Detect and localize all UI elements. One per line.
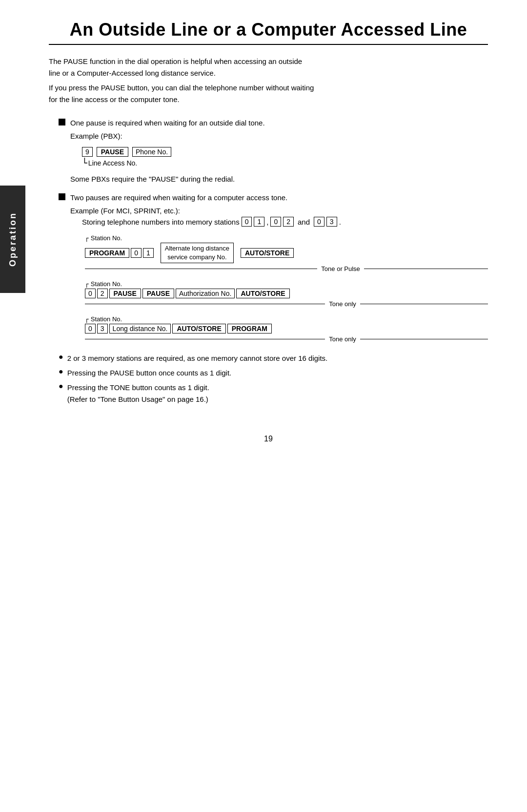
d2-pause-1: PAUSE bbox=[109, 289, 141, 298]
key-9: 9 bbox=[82, 147, 93, 157]
diagram2-tone-bar: Tone only bbox=[85, 300, 488, 308]
diagram3-tone-bar: Tone only bbox=[85, 335, 488, 343]
d2-key-0: 0 bbox=[85, 289, 96, 298]
d1-program-key: PROGRAM bbox=[85, 248, 129, 258]
pbx-diagram-row: 9 PAUSE Phone No. bbox=[82, 147, 488, 157]
d1-key-0: 0 bbox=[131, 248, 142, 258]
tone-line-left-3b bbox=[205, 339, 325, 339]
page-number: 19 bbox=[49, 435, 488, 443]
station-key-3a: 3 bbox=[326, 217, 337, 227]
page-title: An Outside Line or a Computer Accessed L… bbox=[49, 20, 488, 40]
tone-label-1: Tone or Pulse bbox=[321, 265, 360, 272]
dot-2: ● bbox=[59, 367, 63, 376]
comma1: , bbox=[266, 218, 268, 226]
down-tick-2: ┌ bbox=[85, 280, 89, 288]
pbx-note: Some PBXs require the "PAUSE" during the… bbox=[70, 175, 488, 183]
corner-arrow-icon: └ bbox=[82, 158, 87, 168]
line-access-row: └ Line Access No. bbox=[82, 158, 488, 168]
and-text: and bbox=[298, 218, 310, 226]
down-tick-1: ┌ bbox=[85, 234, 89, 242]
bullet-text-2: Pressing the PAUSE button once counts as… bbox=[67, 367, 232, 379]
diagram1-keys-row: PROGRAM 0 1 Alternate long distance serv… bbox=[85, 243, 488, 263]
bullet-item-3: ● Pressing the TONE button counts as 1 d… bbox=[59, 382, 488, 405]
bullet-item-1: ● 2 or 3 memory stations are required, a… bbox=[59, 353, 488, 364]
storing-line: Storing telephone numbers into memory st… bbox=[82, 217, 488, 227]
station-key-0c: 0 bbox=[314, 217, 324, 227]
tone-line-left-1b bbox=[201, 269, 317, 269]
down-tick-3: ┌ bbox=[85, 315, 89, 323]
section1-example: Example (PBX): 9 PAUSE Phone No. └ Line … bbox=[70, 132, 488, 183]
diagram1-tone-bar: Tone or Pulse bbox=[85, 265, 488, 272]
d1-key-1: 1 bbox=[143, 248, 154, 258]
section1-block: One pause is required when waiting for a… bbox=[59, 117, 488, 183]
pbx-diagram: 9 PAUSE Phone No. └ Line Access No. bbox=[82, 147, 488, 168]
d2-auto-store: AUTO/STORE bbox=[236, 289, 289, 298]
tone-line-left-1 bbox=[85, 269, 201, 269]
tone-end-3 bbox=[480, 339, 488, 339]
d1-alt-box: Alternate long distance service company … bbox=[161, 243, 234, 263]
section2-example: Example (For MCI, SPRINT, etc.): Storing… bbox=[70, 207, 488, 343]
d3-auto-store: AUTO/STORE bbox=[172, 324, 225, 333]
dot-3: ● bbox=[59, 382, 63, 391]
section1-bullet-text: One pause is required when waiting for a… bbox=[70, 117, 265, 129]
d2-auth-no: Authorization No. bbox=[176, 289, 235, 298]
d2-key-2: 2 bbox=[97, 289, 108, 298]
diagram3-station-label: Station No. bbox=[91, 315, 122, 323]
diagram1-station-label: Station No. bbox=[91, 234, 122, 242]
example-pbx-label: Example (PBX): bbox=[70, 132, 488, 140]
diagram2-station-label: Station No. bbox=[91, 280, 122, 288]
section2-block: Two pauses are required when waiting for… bbox=[59, 192, 488, 343]
d3-key-3: 3 bbox=[97, 324, 108, 333]
bullet-square-2 bbox=[59, 193, 65, 200]
tone-end-1 bbox=[480, 269, 488, 269]
d1-auto-store: AUTO/STORE bbox=[241, 248, 294, 258]
tone-line-left-2b bbox=[205, 304, 325, 304]
bullet-text-1: 2 or 3 memory stations are required, as … bbox=[67, 353, 328, 364]
diagram3: ┌ Station No. 0 3 Long distance No. AUTO… bbox=[85, 315, 488, 343]
diagram1-station-label-row: ┌ Station No. bbox=[85, 234, 488, 242]
intro-block: The PAUSE function in the dial operation… bbox=[49, 56, 488, 105]
tone-line-left-3 bbox=[85, 339, 205, 339]
dot-1: ● bbox=[59, 353, 63, 361]
station-key-2a: 2 bbox=[283, 217, 294, 227]
d2-pause-2: PAUSE bbox=[142, 289, 174, 298]
line-access-label: Line Access No. bbox=[88, 159, 137, 167]
bottom-bullets: ● 2 or 3 memory stations are required, a… bbox=[59, 353, 488, 405]
station-key-0b: 0 bbox=[270, 217, 281, 227]
tone-label-2: Tone only bbox=[329, 300, 356, 308]
d3-long-dist: Long distance No. bbox=[109, 324, 171, 333]
station-key-1a: 1 bbox=[254, 217, 264, 227]
d3-program: PROGRAM bbox=[227, 324, 272, 333]
station-key-0a: 0 bbox=[242, 217, 252, 227]
sidebar-operation: Operation bbox=[0, 186, 25, 293]
tone-line-right-3 bbox=[360, 339, 480, 339]
d3-key-0: 0 bbox=[85, 324, 96, 333]
key-phone-no: Phone No. bbox=[132, 147, 171, 157]
diagram3-keys-row: 0 3 Long distance No. AUTO/STORE PROGRAM bbox=[85, 324, 488, 333]
bullet-item-2: ● Pressing the PAUSE button once counts … bbox=[59, 367, 488, 379]
bullet-square-1 bbox=[59, 119, 65, 125]
section2-bullet-text: Two pauses are required when waiting for… bbox=[70, 192, 287, 204]
intro-line3: If you press the PAUSE button, you can d… bbox=[49, 82, 488, 105]
diagram3-station-label-row: ┌ Station No. bbox=[85, 315, 488, 323]
title-divider bbox=[49, 44, 488, 45]
tone-label-3: Tone only bbox=[329, 335, 356, 343]
tone-line-left-2 bbox=[85, 304, 205, 304]
diagram2-station-label-row: ┌ Station No. bbox=[85, 280, 488, 288]
section2-header: Two pauses are required when waiting for… bbox=[59, 192, 488, 204]
period: . bbox=[339, 218, 341, 226]
tone-line-right-2 bbox=[360, 304, 480, 304]
key-pause-1: PAUSE bbox=[97, 147, 128, 157]
example-mci-label: Example (For MCI, SPRINT, etc.): bbox=[70, 207, 488, 215]
tone-line-right-1 bbox=[364, 269, 480, 269]
diagram2: ┌ Station No. 0 2 PAUSE PAUSE Authorizat… bbox=[85, 280, 488, 308]
bullet-text-3: Pressing the TONE button counts as 1 dig… bbox=[67, 382, 209, 405]
diagram2-keys-row: 0 2 PAUSE PAUSE Authorization No. AUTO/S… bbox=[85, 289, 488, 298]
diagram1: ┌ Station No. PROGRAM 0 1 Alternate long… bbox=[85, 234, 488, 272]
intro-line1: The PAUSE function in the dial operation… bbox=[49, 56, 488, 79]
section1-header: One pause is required when waiting for a… bbox=[59, 117, 488, 129]
tone-end-2 bbox=[480, 304, 488, 304]
